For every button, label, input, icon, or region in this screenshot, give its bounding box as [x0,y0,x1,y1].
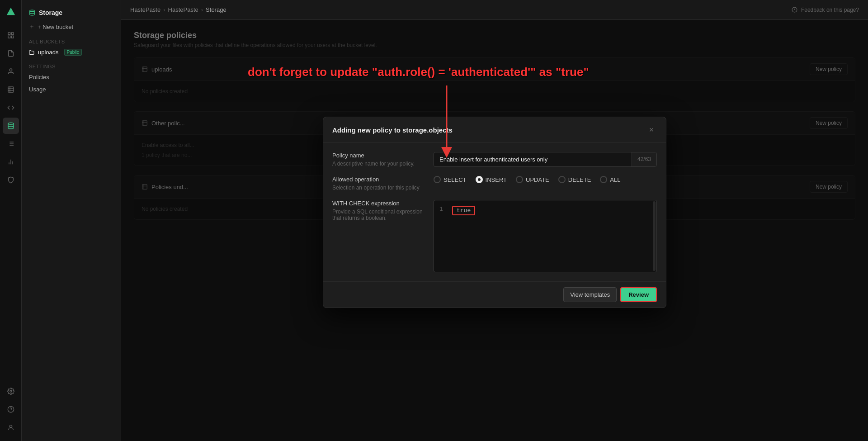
nav-help[interactable] [3,401,19,417]
code-value: true [457,207,471,214]
policy-name-desc: A descriptive name for your policy. [332,161,423,167]
operation-control: SELECT INSERT UPDATE [434,176,657,191]
modal-body: Policy name A descriptive name for your … [323,143,666,281]
topbar: HastePaste › HastePaste › Storage Feedba… [121,0,868,20]
svg-rect-4 [11,36,14,38]
operation-heading: Allowed operation [332,176,423,183]
modal-header: Adding new policy to storage.objects × [323,117,666,143]
operation-radio-group: SELECT INSERT UPDATE [434,176,657,183]
with-check-control: 1 true [434,200,657,272]
code-scrollbar[interactable] [653,201,656,271]
sidebar-item-uploads[interactable]: uploads Public [22,46,121,58]
app-logo[interactable] [5,5,17,18]
nav-functions[interactable] [3,100,19,116]
main-content: HastePaste › HastePaste › Storage Feedba… [121,0,868,441]
radio-label-select: SELECT [443,176,467,183]
nav-profile[interactable] [3,419,19,436]
icon-bar [0,0,22,441]
radio-circle-select [434,176,441,183]
page-content-area: Storage policies Safeguard your files wi… [121,20,868,441]
svg-rect-3 [8,36,10,38]
radio-label-all: ALL [610,176,620,183]
svg-rect-6 [8,87,14,92]
modal-overlay: Adding new policy to storage.objects × P… [121,20,868,441]
policy-name-heading: Policy name [332,152,423,159]
operation-label-col: Allowed operation Selection an operation… [332,176,423,191]
breadcrumb-sep-2: › [201,6,203,13]
svg-point-24 [30,10,35,12]
nav-table[interactable] [3,81,19,98]
breadcrumb-item-2[interactable]: HastePaste [168,6,198,13]
sidebar-app-title: Storage [22,5,121,20]
nav-security[interactable] [3,172,19,188]
radio-label-delete: DELETE [568,176,591,183]
sidebar-item-policies[interactable]: Policies [22,71,121,83]
svg-point-23 [9,425,12,427]
review-button[interactable]: Review [620,287,657,302]
policy-name-label-col: Policy name A descriptive name for your … [332,152,423,167]
svg-point-5 [9,69,12,71]
form-row-with-check: WITH CHECK expression Provide a SQL cond… [332,200,657,272]
add-policy-modal: Adding new policy to storage.objects × P… [323,117,666,308]
sidebar: Storage ＋ + New bucket All Buckets uploa… [22,0,121,441]
folder-icon [29,50,34,55]
with-check-desc: Provide a SQL conditional expression tha… [332,209,423,221]
feedback-icon [792,7,797,13]
nav-auth[interactable] [3,63,19,80]
radio-circle-update [516,176,523,183]
svg-rect-2 [11,33,14,35]
sidebar-item-usage[interactable]: Usage [22,83,121,95]
code-highlight-box: true [452,206,475,215]
nav-storage[interactable] [3,118,19,134]
radio-circle-delete [558,176,566,183]
radio-select[interactable]: SELECT [434,176,467,183]
view-templates-button[interactable]: View templates [563,287,617,302]
radio-all[interactable]: ALL [600,176,620,183]
code-line-1: 1 true [439,206,651,215]
char-count: 42/63 [632,152,656,166]
form-row-operation: Allowed operation Selection an operation… [332,176,657,191]
nav-logs[interactable] [3,136,19,152]
radio-delete[interactable]: DELETE [558,176,591,183]
form-row-policy-name: Policy name A descriptive name for your … [332,152,657,167]
nav-reports[interactable] [3,154,19,170]
operation-desc: Selection an operation for this policy [332,185,423,191]
modal-close-button[interactable]: × [646,124,657,135]
modal-title: Adding new policy to storage.objects [332,126,453,134]
settings-section-label: Settings [22,58,121,71]
breadcrumb-sep-1: › [163,6,165,13]
nav-settings[interactable] [3,383,19,399]
radio-insert[interactable]: INSERT [476,176,507,183]
all-buckets-label: All Buckets [22,37,121,46]
feedback-link[interactable]: Feedback on this page? [792,7,859,13]
line-number: 1 [439,206,447,213]
radio-update[interactable]: UPDATE [516,176,549,183]
with-check-heading: WITH CHECK expression [332,200,423,207]
svg-point-20 [10,390,12,392]
policy-name-input[interactable] [434,152,632,166]
radio-label-update: UPDATE [526,176,549,183]
public-badge: Public [64,49,82,56]
radio-label-insert: INSERT [486,176,507,183]
modal-footer: View templates Review [323,281,666,308]
svg-point-10 [8,123,14,124]
policy-name-control: 42/63 [434,152,657,167]
breadcrumb-item-1[interactable]: HastePaste [130,6,160,13]
breadcrumb-item-3: Storage [206,6,226,13]
code-editor[interactable]: 1 true [434,200,657,272]
nav-editor[interactable] [3,45,19,62]
nav-home[interactable] [3,27,19,43]
with-check-label-col: WITH CHECK expression Provide a SQL cond… [332,200,423,272]
radio-circle-insert [476,176,483,183]
new-bucket-button[interactable]: ＋ + New bucket [22,20,121,33]
policy-name-input-wrap: 42/63 [434,152,657,167]
radio-circle-all [600,176,607,183]
plus-icon: ＋ [29,23,35,31]
svg-marker-0 [6,8,14,15]
breadcrumb: HastePaste › HastePaste › Storage [130,6,226,13]
svg-rect-1 [8,33,10,35]
